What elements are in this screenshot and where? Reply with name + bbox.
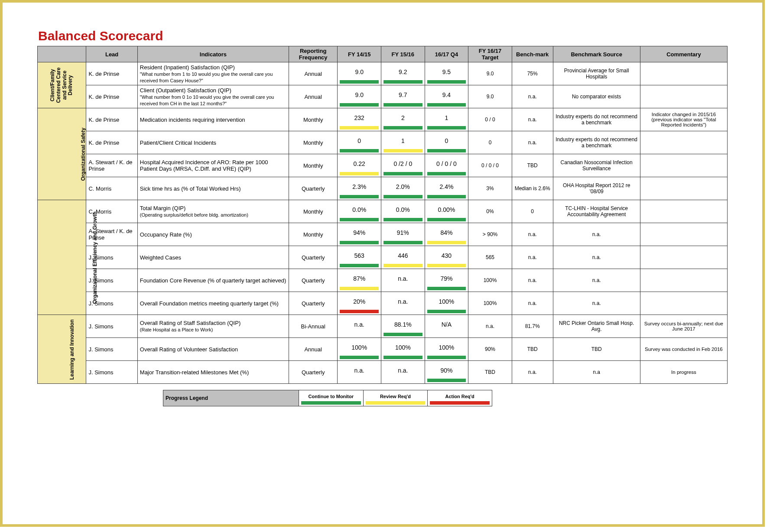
value-cell: 2.4% <box>425 177 468 200</box>
value-text: 84% <box>427 224 466 241</box>
value-cell: n.a. <box>381 269 425 292</box>
commentary-cell <box>640 292 727 315</box>
status-bar <box>340 241 379 244</box>
value-cell: n.a. <box>381 361 425 384</box>
status-bar <box>383 126 422 130</box>
indicator-title: Foundation Core Revenue (% of quarterly … <box>140 277 286 284</box>
value-cell: 100% <box>338 338 381 361</box>
lead-cell: K. de Prinse <box>86 62 137 85</box>
value-text: 0.22 <box>340 156 379 172</box>
status-bar <box>340 218 379 221</box>
indicator-cell: Overall Rating of Volunteer Satisfaction <box>137 338 289 361</box>
benchmark-cell: 75% <box>512 62 553 85</box>
value-cell: 9.5 <box>425 62 468 85</box>
table-row: J. SimonsOverall Rating of Volunteer Sat… <box>38 338 728 361</box>
lead-cell: J. Simons <box>86 338 137 361</box>
source-cell: No comparator exists <box>553 85 640 108</box>
status-bar <box>383 172 422 175</box>
indicator-title: Occupancy Rate (%) <box>140 231 192 238</box>
lead-cell: K. de Prinse <box>86 131 137 154</box>
status-bar <box>383 195 422 198</box>
benchmark-cell: n.a. <box>512 361 553 384</box>
indicator-title: Client (Outpatient) Satisfaction (QIP) <box>140 87 231 94</box>
status-bar <box>340 195 379 198</box>
indicator-title: Total Margin (QIP) <box>140 205 185 211</box>
indicator-cell: Total Margin (QIP)(Operating surplus/def… <box>137 200 289 223</box>
table-row: Organizational SafetyK. de PrinseMedicat… <box>38 108 728 131</box>
target-cell: 565 <box>468 246 512 269</box>
commentary-cell: Survey was conducted in Feb 2016 <box>640 338 727 361</box>
commentary-cell <box>640 85 727 108</box>
status-bar <box>340 287 379 290</box>
value-cell: 87% <box>338 269 381 292</box>
indicator-cell: Major Transition-related Milestones Met … <box>137 361 289 384</box>
value-cell: 446 <box>381 246 425 269</box>
indicator-subtitle: "What number from 1 to 10 would you give… <box>140 71 273 83</box>
category-label: Organizational Efficiency and Growth <box>92 202 98 313</box>
value-text: 87% <box>340 270 379 287</box>
commentary-cell: Survey occurs bi-annually; next due June… <box>640 315 727 338</box>
target-cell: 100% <box>468 269 512 292</box>
value-text: 100% <box>340 339 379 356</box>
value-cell: 0 /2 / 0 <box>381 154 425 177</box>
value-text: 9.2 <box>383 64 422 80</box>
scorecard-table: Lead Indicators Reporting Frequency FY 1… <box>37 46 728 384</box>
value-text: 2.3% <box>340 178 379 195</box>
benchmark-cell: TBD <box>512 338 553 361</box>
value-cell: 20% <box>338 292 381 315</box>
status-bar <box>427 80 466 84</box>
legend-review: Review Req'd <box>363 390 428 406</box>
status-bar <box>340 126 379 130</box>
indicator-title: Sick time hrs as (% of Total Worked Hrs) <box>140 185 241 192</box>
frequency-cell: Quarterly <box>289 246 337 269</box>
frequency-cell: Annual <box>289 62 337 85</box>
value-text: 0 / 0 / 0 <box>427 156 466 172</box>
value-text: 88.1% <box>383 316 422 333</box>
target-cell: 0 / 0 <box>468 108 512 131</box>
value-cell: 0 / 0 / 0 <box>425 154 468 177</box>
value-cell: 90% <box>425 361 468 384</box>
header-fy1415: FY 14/15 <box>338 46 381 62</box>
value-text: n.a. <box>383 362 422 379</box>
benchmark-cell: n.a. <box>512 269 553 292</box>
category-label: Learning and Innovation <box>69 317 75 382</box>
value-cell: N/A <box>425 315 468 338</box>
frequency-cell: Monthly <box>289 131 337 154</box>
source-cell: Industry experts do not recommend a benc… <box>553 131 640 154</box>
frequency-cell: Annual <box>289 338 337 361</box>
table-row: K. de PrinsePatient/Client Critical Inci… <box>38 131 728 154</box>
source-cell: TBD <box>553 338 640 361</box>
source-cell: Canadian Nosocomial Infection Surveillan… <box>553 154 640 177</box>
value-cell: 94% <box>338 223 381 246</box>
legend-label: Progress Legend <box>163 390 299 406</box>
frequency-cell: Quarterly <box>289 269 337 292</box>
value-text: 2 <box>383 110 422 126</box>
value-cell: 563 <box>338 246 381 269</box>
value-cell: 0 <box>425 131 468 154</box>
source-cell: n.a. <box>553 269 640 292</box>
benchmark-cell: Median is 2.6% <box>512 177 553 200</box>
value-cell: 0 <box>338 131 381 154</box>
commentary-cell <box>640 269 727 292</box>
value-text: 79% <box>427 270 466 287</box>
lead-cell: C. Morris <box>86 177 137 200</box>
value-cell: 9.4 <box>425 85 468 108</box>
value-cell: 100% <box>425 292 468 315</box>
indicator-cell: Foundation Core Revenue (% of quarterly … <box>137 269 289 292</box>
source-cell: TC-LHIN - Hospital Service Accountabilit… <box>553 200 640 223</box>
table-row: J. SimonsFoundation Core Revenue (% of q… <box>38 269 728 292</box>
value-cell: 91% <box>381 223 425 246</box>
indicator-title: Overall Rating of Volunteer Satisfaction <box>140 346 238 353</box>
value-text: n.a. <box>340 362 379 379</box>
frequency-cell: Annual <box>289 85 337 108</box>
frequency-cell: Monthly <box>289 108 337 131</box>
indicator-cell: Resident (Inpatient) Satisfaction (QIP)"… <box>137 62 289 85</box>
value-text: 0 /2 / 0 <box>383 156 422 172</box>
value-cell: n.a. <box>338 361 381 384</box>
value-text: 9.4 <box>427 87 466 103</box>
status-bar <box>383 103 422 107</box>
target-cell: 100% <box>468 292 512 315</box>
status-bar <box>427 172 466 175</box>
frequency-cell: Monthly <box>289 223 337 246</box>
indicator-title: Overall Foundation metrics meeting quart… <box>140 300 279 307</box>
